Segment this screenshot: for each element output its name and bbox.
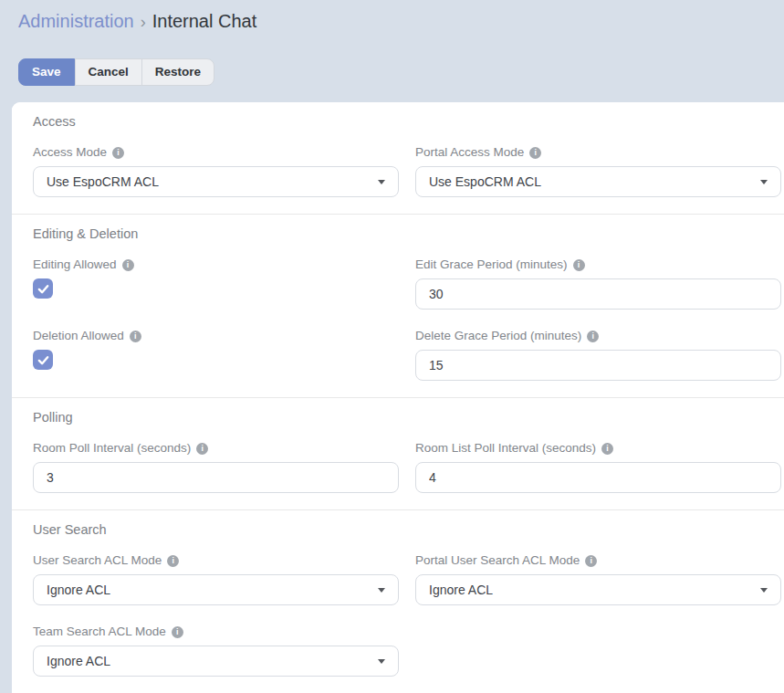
panel-user-search: User Search User Search ACL Mode i Ignor… [12,509,784,693]
panel-user-search-title: User Search [33,521,781,539]
info-icon[interactable]: i [573,259,585,271]
info-icon[interactable]: i [196,443,208,455]
info-icon[interactable]: i [587,331,599,342]
chevron-down-icon [378,588,385,593]
chevron-down-icon [760,180,768,184]
room-list-poll-interval-input[interactable] [415,462,781,493]
panel-editing-deletion: Editing & Deletion Editing Allowed i Edi… [12,214,784,397]
edit-toolbar: Save Cancel Restore [18,58,784,86]
portal-user-search-acl-mode-label: Portal User Search ACL Mode i [415,553,781,568]
chevron-down-icon [378,659,385,664]
checkmark-icon [37,283,49,295]
field-room-poll-interval: Room Poll Interval (seconds) i [33,441,399,493]
breadcrumb-administration-link[interactable]: Administration [18,11,134,31]
delete-grace-period-label: Delete Grace Period (minutes) i [415,329,781,343]
room-list-poll-interval-label: Room List Poll Interval (seconds) i [415,441,781,456]
delete-grace-period-input[interactable] [415,350,781,381]
panel-editing-deletion-title: Editing & Deletion [33,226,781,243]
room-poll-interval-input[interactable] [33,462,399,493]
team-search-acl-mode-select[interactable]: Ignore ACL [33,646,399,677]
team-search-acl-mode-label: Team Search ACL Mode i [33,625,399,639]
access-mode-label: Access Mode i [33,145,399,160]
portal-access-mode-label: Portal Access Mode i [415,145,781,160]
info-icon[interactable]: i [167,555,179,567]
restore-button[interactable]: Restore [141,58,214,86]
field-edit-grace-period: Edit Grace Period (minutes) i [415,257,781,310]
field-delete-grace-period: Delete Grace Period (minutes) i [415,329,781,381]
portal-user-search-acl-mode-value: Ignore ACL [429,583,493,597]
info-icon[interactable]: i [172,626,183,638]
breadcrumb: Administration›Internal Chat [18,9,784,34]
room-poll-interval-label: Room Poll Interval (seconds) i [33,441,399,456]
info-icon[interactable]: i [601,443,613,455]
deletion-allowed-label: Deletion Allowed i [33,329,399,343]
page-header: Administration›Internal Chat [0,0,784,34]
chevron-down-icon [760,588,768,593]
portal-access-mode-select[interactable]: Use EspoCRM ACL [415,166,781,197]
panel-polling-title: Polling [33,409,781,426]
info-icon[interactable]: i [130,331,141,342]
info-icon[interactable]: i [122,259,134,271]
edit-grace-period-label: Edit Grace Period (minutes) i [415,257,781,272]
panel-access-title: Access [33,113,781,131]
portal-access-mode-value: Use EspoCRM ACL [429,174,541,189]
editing-allowed-label: Editing Allowed i [33,257,399,272]
editing-allowed-checkbox[interactable] [33,278,53,299]
field-editing-allowed: Editing Allowed i [33,257,399,310]
access-mode-value: Use EspoCRM ACL [47,174,159,189]
deletion-allowed-checkbox[interactable] [33,350,53,370]
team-search-acl-mode-value: Ignore ACL [47,654,110,668]
field-team-search-acl-mode: Team Search ACL Mode i Ignore ACL [33,625,399,677]
user-search-acl-mode-select[interactable]: Ignore ACL [33,574,399,605]
field-user-search-acl-mode: User Search ACL Mode i Ignore ACL [33,553,399,605]
field-room-list-poll-interval: Room List Poll Interval (seconds) i [415,441,781,493]
info-icon[interactable]: i [585,555,597,567]
user-search-acl-mode-label: User Search ACL Mode i [33,553,399,568]
info-icon[interactable]: i [112,147,124,159]
edit-grace-period-input[interactable] [415,278,781,310]
info-icon[interactable]: i [529,147,541,159]
access-mode-select[interactable]: Use EspoCRM ACL [33,166,399,197]
field-deletion-allowed: Deletion Allowed i [33,329,399,381]
field-access-mode: Access Mode i Use EspoCRM ACL [33,145,399,197]
checkmark-icon [37,354,49,366]
breadcrumb-separator: › [134,13,152,31]
panel-access: Access Access Mode i Use EspoCRM ACL Por… [12,102,784,214]
field-portal-user-search-acl-mode: Portal User Search ACL Mode i Ignore ACL [415,553,781,605]
user-search-acl-mode-value: Ignore ACL [47,583,110,597]
portal-user-search-acl-mode-select[interactable]: Ignore ACL [415,574,781,605]
field-portal-access-mode: Portal Access Mode i Use EspoCRM ACL [415,145,781,197]
cancel-button[interactable]: Cancel [75,58,142,86]
page-title: Internal Chat [152,11,257,31]
chevron-down-icon [378,180,385,184]
settings-panels: Access Access Mode i Use EspoCRM ACL Por… [12,102,784,693]
panel-polling: Polling Room Poll Interval (seconds) i R… [12,397,784,509]
save-button[interactable]: Save [18,58,75,86]
